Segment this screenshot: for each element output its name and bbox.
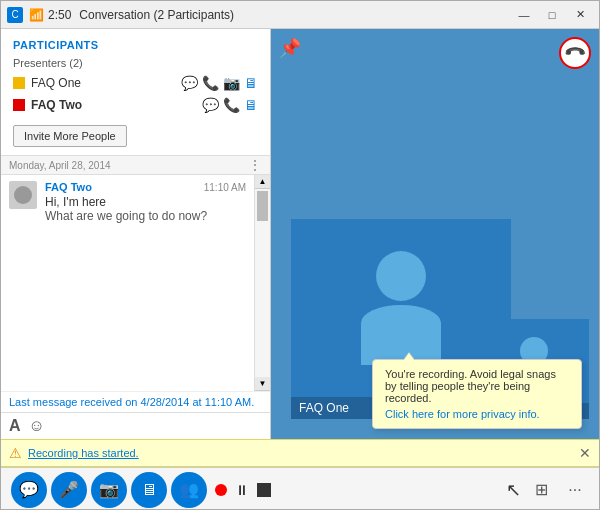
toolbar-right: ↖ ⊞ ··· <box>506 476 589 504</box>
chat-input-area: A ☺ <box>1 412 270 439</box>
cursor-pointer-icon: ↖ <box>506 479 521 501</box>
app-icon: C <box>7 7 23 23</box>
monitor-icon-faqtwo: 🖥 <box>244 97 258 113</box>
recording-pin-icon: 📌 <box>279 37 301 59</box>
participants-section: PARTICIPANTS Presenters (2) FAQ One 💬 📞 … <box>1 29 270 156</box>
invite-more-people-button[interactable]: Invite More People <box>13 125 127 147</box>
chat-input-icons: A ☺ <box>9 417 45 435</box>
phone-icon-faqtwo: 📞 <box>223 97 240 113</box>
chat-messages: FAQ Two 11:10 AM Hi, I'm here What are w… <box>1 175 254 391</box>
call-time: 2:50 <box>48 8 71 22</box>
stop-record-button[interactable] <box>257 483 271 497</box>
main-layout: PARTICIPANTS Presenters (2) FAQ One 💬 📞 … <box>1 29 599 439</box>
participant-name-faqtwo: FAQ Two <box>31 98 202 112</box>
participant-color-faqtwo <box>13 99 25 111</box>
participant-row: FAQ One 💬 📞 📷 🖥 <box>13 73 258 93</box>
privacy-link[interactable]: Click here for more privacy info. <box>385 408 569 420</box>
tooltip-text: You're recording. Avoid legal snags by t… <box>385 368 556 404</box>
scroll-down-arrow[interactable]: ▼ <box>255 377 270 391</box>
chat-avatar <box>9 181 37 209</box>
signal-icon: 📶 <box>29 8 44 22</box>
chat-header: FAQ Two 11:10 AM <box>45 181 246 193</box>
close-button[interactable]: ✕ <box>567 5 593 25</box>
chat-section: Monday, April 28, 2014 ⋮ FAQ Two 11:10 A… <box>1 156 270 439</box>
layout-button[interactable]: ⊞ <box>527 476 555 504</box>
window-title: Conversation (2 Participants) <box>79 8 511 22</box>
screen-toolbar-button[interactable]: 🖥 <box>131 472 167 508</box>
monitor-icon-faqone: 🖥 <box>244 75 258 91</box>
chat-icon-faqtwo: 💬 <box>202 97 219 113</box>
left-panel: PARTICIPANTS Presenters (2) FAQ One 💬 📞 … <box>1 29 271 439</box>
chat-sender: FAQ Two <box>45 181 92 193</box>
participant-row-faqtwo: FAQ Two 💬 📞 🖥 <box>13 95 258 115</box>
chat-options-icon[interactable]: ⋮ <box>248 158 262 172</box>
primary-avatar-body <box>361 305 441 365</box>
titlebar: C 📶 2:50 Conversation (2 Participants) —… <box>1 1 599 29</box>
chat-date-bar: Monday, April 28, 2014 ⋮ <box>1 156 270 175</box>
video-panel: 📞 📌 FAQ One FAQ Two You're recording <box>271 29 599 439</box>
participant-icons-faqone: 💬 📞 📷 🖥 <box>181 75 258 91</box>
participant-name-faqone: FAQ One <box>31 76 181 90</box>
more-options-button[interactable]: ··· <box>561 476 589 504</box>
recording-status-text[interactable]: Recording has started. <box>28 447 139 459</box>
people-toolbar-button[interactable]: 👥 <box>171 472 207 508</box>
chat-last-message: Last message received on 4/28/2014 at 11… <box>1 391 270 412</box>
pause-record-button[interactable]: ⏸ <box>231 480 253 500</box>
chat-time: 11:10 AM <box>204 182 246 193</box>
minimize-button[interactable]: — <box>511 5 537 25</box>
emoji-icon[interactable]: ☺ <box>29 417 45 435</box>
participant-color-faqone <box>13 77 25 89</box>
video-icon-faqone: 📷 <box>223 75 240 91</box>
chat-scrollbar[interactable]: ▲ ▼ <box>254 175 270 391</box>
phone-icon-faqone: 📞 <box>202 75 219 91</box>
record-controls: ⏸ <box>215 480 271 500</box>
recording-close-button[interactable]: ✕ <box>579 445 591 461</box>
participant-icons-faqtwo: 💬 📞 🖥 <box>202 97 258 113</box>
window-controls: — □ ✕ <box>511 5 593 25</box>
camera-toolbar-button[interactable]: 📷 <box>91 472 127 508</box>
presenters-label: Presenters (2) <box>13 57 258 69</box>
text-format-icon[interactable]: A <box>9 417 21 435</box>
avatar-image <box>14 186 32 204</box>
chat-toolbar-button[interactable]: 💬 <box>11 472 47 508</box>
recording-bar: ⚠ Recording has started. ✕ <box>1 439 599 467</box>
chat-message-row: FAQ Two 11:10 AM Hi, I'm here What are w… <box>9 181 246 223</box>
chat-message-body: FAQ Two 11:10 AM Hi, I'm here What are w… <box>45 181 246 223</box>
signal-time-area: 📶 2:50 <box>29 8 71 22</box>
maximize-button[interactable]: □ <box>539 5 565 25</box>
chat-icon-faqone: 💬 <box>181 75 198 91</box>
chat-line-2: What are we going to do now? <box>45 209 246 223</box>
mic-toolbar-button[interactable]: 🎤 <box>51 472 87 508</box>
end-call-button[interactable]: 📞 <box>559 37 591 69</box>
primary-avatar-head <box>376 251 426 301</box>
scroll-thumb[interactable] <box>257 191 268 221</box>
end-call-icon: 📞 <box>563 41 586 64</box>
chat-line-1: Hi, I'm here <box>45 195 246 209</box>
recording-warning-icon: ⚠ <box>9 445 22 461</box>
scroll-track <box>255 189 270 377</box>
participants-heading: PARTICIPANTS <box>13 39 258 51</box>
privacy-tooltip: You're recording. Avoid legal snags by t… <box>372 359 582 429</box>
record-indicator <box>215 484 227 496</box>
scroll-up-arrow[interactable]: ▲ <box>255 175 270 189</box>
chat-date: Monday, April 28, 2014 <box>9 160 111 171</box>
bottom-toolbar: 💬 🎤 📷 🖥 👥 ⏸ ↖ ⊞ ··· <box>1 467 599 510</box>
